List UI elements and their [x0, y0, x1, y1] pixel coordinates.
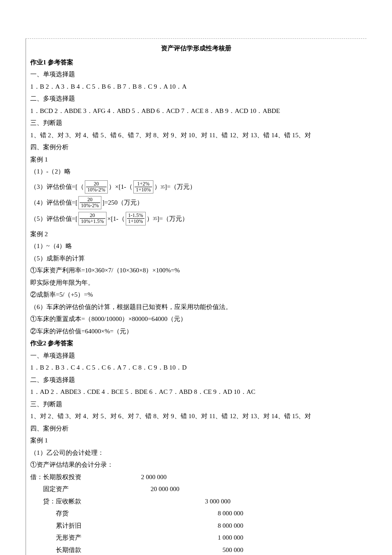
entry-amount: 8 000 000: [192, 520, 243, 532]
hw1-formula-5: （5）评估价值=[ 20 10%+1.5% ×[1-（ 1-1.5% 1+10%…: [30, 212, 362, 225]
formula-mid: ）×[1-（: [109, 181, 133, 193]
hw1-sec1-answers: 1．B 2．A 3．B 4．C 5．B 6．B 7．B 8．C 9．A 10．A: [30, 81, 362, 93]
journal-entry-row: 无形资产1 000 000: [30, 532, 362, 544]
fraction-denominator: 10%-2%: [86, 187, 107, 193]
entry-label: 存货: [30, 507, 141, 520]
formula-prefix: （4）评估价值=[: [30, 197, 78, 209]
entry-amount: 20 000 000: [128, 483, 179, 495]
formula-suffix: ）: [154, 181, 161, 193]
fraction-denominator: 10%-2%: [80, 203, 100, 208]
hw2-case1-l1: （1）乙公司的会计处理：: [30, 447, 362, 459]
hw1-sec1-header: 一、单项选择题: [30, 68, 362, 81]
entry-label: 固定资产: [30, 483, 128, 495]
journal-entry-row: 累计折旧8 000 000: [30, 520, 362, 532]
hw1-sec3-header: 三、判断题: [30, 117, 362, 129]
fraction-icon: 20 10%-2%: [85, 180, 108, 194]
journal-entry-row: 存货8 000 000: [30, 507, 362, 520]
formula-prefix: （5）评估价值=[: [30, 213, 78, 225]
hw2-case1-l2: ①资产评估结果的会计分录：: [30, 459, 362, 471]
entry-amount: 500 000: [192, 544, 243, 555]
hw1-case2-l3: ①车床资产利用率=10×360×7/（10×360×8）×100%=%: [30, 264, 362, 277]
hw1-heading: 作业1 参考答案: [30, 56, 362, 69]
fraction-denominator: 1+10%: [127, 219, 144, 224]
hw1-case2-l1: （1）~（4）略: [30, 240, 362, 252]
hw1-case2-l6: （6）车床的评估价值的计算，根据题目已知资料，应采用功能价值法。: [30, 301, 362, 313]
fraction-icon: 20 10%-2%: [78, 196, 101, 209]
fraction-numerator: 20: [80, 197, 100, 203]
formula-tail: ]=（万元）: [157, 213, 188, 225]
fraction-icon: 20 10%+1.5%: [78, 212, 107, 225]
hw2-sec1-header: 一、单项选择题: [30, 350, 362, 362]
hw2-sec2-answers: 1．AD 2．ABDE3．CDE 4．BCE 5．BDE 6．AC 7．ABD …: [30, 386, 362, 398]
hw1-case1-label: 案例 1: [30, 153, 362, 166]
hw1-case2-l4: 即实际使用年限为年。: [30, 277, 362, 289]
formula-suffix: ]=250（万元）: [102, 197, 143, 209]
hw1-formula-4: （4）评估价值=[ 20 10%-2% ]=250（万元）: [30, 196, 362, 209]
journal-entry-row: 贷：应收帐款3 000 000: [30, 495, 362, 508]
entry-label: 贷：应收帐款: [30, 495, 128, 508]
hw2-sec3-answers: 1、对 2、错 3、对 4、对 5、对 6、对 7、错 8、对 9、错 10、对…: [30, 410, 362, 422]
journal-entries: 借：长期股权投资2 000 000固定资产20 000 000贷：应收帐款3 0…: [30, 471, 362, 555]
hw1-case2-l7: ①车床的重置成本=（8000/10000）×80000=64000（元）: [30, 313, 362, 325]
hw1-case2-l2: （5）成新率的计算: [30, 252, 362, 265]
fraction-denominator: 10%+1.5%: [80, 219, 105, 224]
document-content: 资产评估学形成性考核册 作业1 参考答案 一、单项选择题 1．B 2．A 3．B…: [26, 38, 366, 555]
entry-amount: 2 000 000: [115, 471, 167, 483]
formula-tail: ]=（万元）: [165, 181, 196, 193]
formula-subscript: 35: [161, 183, 165, 191]
hw2-heading: 作业2 参考答案: [30, 337, 362, 350]
fraction-icon: 1-1.5% 1+10%: [126, 212, 146, 225]
journal-entry-row: 固定资产20 000 000: [30, 483, 362, 495]
formula-suffix: ）: [147, 213, 153, 225]
fraction-numerator: 1-1.5%: [127, 213, 144, 219]
formula-prefix: （3）评估价值=[（: [30, 181, 84, 193]
document-title: 资产评估学形成性考核册: [30, 42, 362, 55]
hw1-formula-3: （3）评估价值=[（ 20 10%-2% ）×[1-（ 1+2% 1+10% ）…: [30, 180, 362, 194]
fraction-icon: 1+2% 1+10%: [133, 180, 153, 194]
formula-mid: ×[1-（: [107, 213, 125, 225]
hw1-case1-l1: （1）-（2）略: [30, 165, 362, 178]
fraction-numerator: 20: [80, 213, 105, 219]
entry-label: 无形资产: [30, 532, 141, 544]
hw1-case2-l5: ②成新率=5/（+5）=%: [30, 289, 362, 301]
fraction-numerator: 20: [86, 181, 107, 187]
hw1-sec2-header: 二、多项选择题: [30, 92, 362, 105]
formula-subscript: 35: [153, 214, 157, 223]
fraction-denominator: 1+10%: [135, 187, 152, 193]
journal-entry-row: 长期借款500 000: [30, 544, 362, 555]
hw1-case2-label: 案例 2: [30, 228, 362, 240]
hw1-case2-l8: ②车床的评估价值=64000×%=（元）: [30, 325, 362, 338]
entry-label: 累计折旧: [30, 520, 141, 532]
hw1-sec4-header: 四、案例分析: [30, 141, 362, 153]
entry-amount: 8 000 000: [192, 507, 243, 520]
entry-label: 借：长期股权投资: [30, 471, 115, 483]
hw2-sec1-answers: 1．B 2．B 3．C 4．C 5．C 6．A 7．C 8．C 9．B 10．D: [30, 361, 362, 374]
hw2-sec4-header: 四、案例分析: [30, 422, 362, 435]
hw2-sec2-header: 二、多项选择题: [30, 374, 362, 386]
fraction-numerator: 1+2%: [135, 181, 152, 187]
hw1-sec2-answers: 1．BCD 2．ABDE 3．AFG 4．ABD 5．ABD 6．ACD 7．A…: [30, 105, 362, 117]
hw2-case1-label: 案例 1: [30, 434, 362, 447]
journal-entry-row: 借：长期股权投资2 000 000: [30, 471, 362, 483]
entry-amount: 1 000 000: [192, 532, 243, 544]
entry-amount: 3 000 000: [179, 495, 231, 508]
entry-label: 长期借款: [30, 544, 141, 555]
hw1-sec3-answers: 1、错 2、对 3、对 4、错 5、错 6、错 7、对 8、对 9、对 10、对…: [30, 129, 362, 142]
hw2-sec3-header: 三、判断题: [30, 398, 362, 410]
